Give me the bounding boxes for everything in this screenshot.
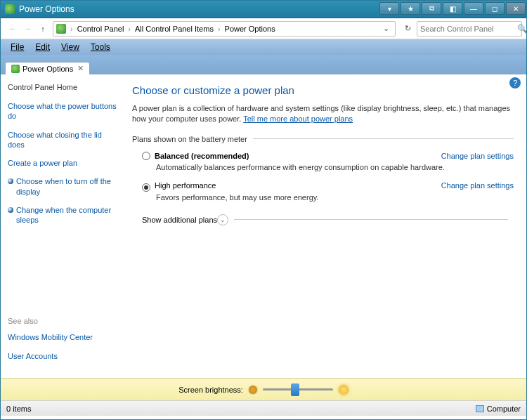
menu-tools[interactable]: Tools (85, 41, 116, 53)
bullet-icon (8, 178, 13, 184)
brightness-low-icon (249, 386, 257, 394)
menu-edit[interactable]: Edit (30, 41, 56, 53)
titlebar-aux-3[interactable]: ⧉ (422, 2, 441, 15)
titlebar-aux-4[interactable]: ◧ (443, 2, 462, 15)
maximize-button[interactable]: ◻ (485, 2, 505, 15)
breadcrumb-item[interactable]: Control Panel (74, 25, 127, 33)
status-item-count: 0 items (6, 405, 31, 413)
show-additional-plans-label[interactable]: Show additional plans (142, 216, 217, 224)
back-button[interactable]: ← (5, 21, 20, 37)
forward-button[interactable]: → (20, 21, 36, 37)
see-also-user-accounts[interactable]: User Accounts (8, 351, 117, 361)
expand-button[interactable]: ⌄ (217, 214, 228, 225)
titlebar-aux-2[interactable]: ★ (401, 2, 420, 15)
sidebar-link-sleep[interactable]: Change when the computer sleeps (8, 205, 117, 225)
bullet-icon (8, 207, 13, 213)
search-icon[interactable]: 🔍 (517, 24, 527, 34)
menu-view[interactable]: View (56, 41, 85, 53)
power-plan-balanced: Balanced (recommended) Change plan setti… (142, 150, 514, 171)
breadcrumb-dropdown[interactable]: ⌄ (380, 24, 392, 33)
control-panel-home-link[interactable]: Control Panel Home (8, 83, 117, 91)
tab-title: Power Options (22, 65, 73, 73)
help-icon[interactable]: ? (509, 77, 521, 88)
document-tab[interactable]: Power Options ✕ (5, 62, 90, 74)
tab-close-button[interactable]: ✕ (77, 64, 84, 73)
power-options-icon (11, 65, 20, 73)
page-description: A power plan is a collection of hardware… (132, 103, 514, 125)
change-plan-settings-link[interactable]: Change plan settings (441, 181, 514, 190)
sidebar-link-lid[interactable]: Choose what closing the lid does (8, 130, 117, 150)
chevron-right-icon: › (126, 25, 132, 33)
app-icon (5, 4, 15, 14)
status-location: Computer (487, 405, 521, 413)
radio-high-performance[interactable] (142, 183, 150, 192)
breadcrumb-item[interactable]: All Control Panel Items (132, 25, 216, 33)
close-button[interactable]: ✕ (506, 2, 526, 15)
chevron-right-icon: › (69, 25, 74, 33)
power-plan-high-performance: High performance Change plan settings Fa… (142, 181, 514, 202)
sidebar-link-create-plan[interactable]: Create a power plan (8, 158, 117, 168)
tell-me-more-link[interactable]: Tell me more about power plans (243, 114, 353, 123)
brightness-slider[interactable] (263, 388, 333, 391)
brightness-bar: Screen brightness: (1, 378, 526, 400)
brightness-high-icon (339, 385, 349, 395)
chevron-right-icon: › (216, 25, 222, 33)
menu-file[interactable]: File (5, 41, 30, 53)
radio-balanced[interactable] (142, 152, 150, 160)
titlebar-aux-1[interactable]: ▾ (379, 2, 399, 15)
change-plan-settings-link[interactable]: Change plan settings (441, 152, 514, 160)
plan-description: Favors performance, but may use more ene… (156, 193, 514, 202)
plan-name[interactable]: High performance (155, 181, 216, 190)
see-also-label: See also (8, 317, 117, 325)
search-field[interactable] (420, 25, 517, 33)
plan-description: Automatically balances performance with … (156, 163, 514, 171)
see-also-mobility[interactable]: Windows Mobility Center (8, 332, 117, 342)
plan-name[interactable]: Balanced (recommended) (155, 152, 249, 160)
breadcrumb-item[interactable]: Power Options (222, 25, 278, 33)
control-panel-icon (56, 24, 66, 34)
plans-section-title: Plans shown on the battery meter (132, 135, 514, 143)
brightness-slider-thumb[interactable] (291, 383, 299, 396)
minimize-button[interactable]: — (464, 2, 483, 15)
page-heading: Choose or customize a power plan (132, 84, 514, 96)
search-input[interactable]: 🔍 (417, 21, 522, 37)
brightness-label: Screen brightness: (178, 386, 243, 394)
breadcrumb[interactable]: › Control Panel › All Control Panel Item… (53, 21, 396, 37)
up-button[interactable]: ↑ (36, 22, 50, 36)
computer-icon (476, 405, 484, 412)
refresh-button[interactable]: ↻ (401, 22, 415, 36)
window-title: Power Options (19, 4, 74, 14)
sidebar-link-power-buttons[interactable]: Choose what the power buttons do (8, 101, 117, 122)
sidebar-link-display-off[interactable]: Choose when to turn off the display (8, 176, 117, 197)
